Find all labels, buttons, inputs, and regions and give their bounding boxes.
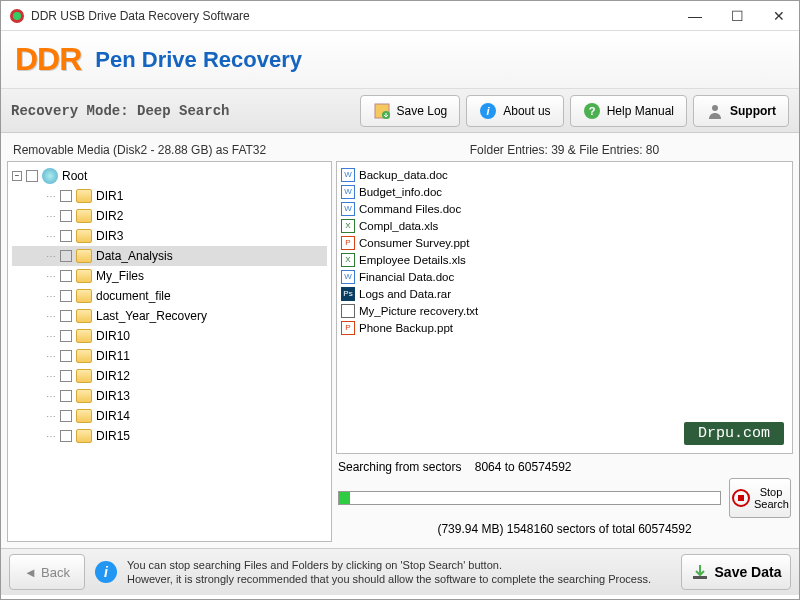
tree-connector: ⋯ [46, 371, 56, 382]
item-checkbox[interactable] [60, 390, 72, 402]
sector-total: (739.94 MB) 1548160 sectors of total 605… [338, 522, 791, 536]
close-button[interactable]: ✕ [767, 4, 791, 28]
tree-connector: ⋯ [46, 351, 56, 362]
file-item[interactable]: XCompl_data.xls [341, 217, 788, 234]
tree-connector: ⋯ [46, 271, 56, 282]
tree-connector: ⋯ [46, 251, 56, 262]
folder-icon [76, 249, 92, 263]
folder-label: DIR11 [96, 349, 130, 363]
item-checkbox[interactable] [60, 370, 72, 382]
save-log-icon [373, 102, 391, 120]
about-button[interactable]: i About us [466, 95, 563, 127]
tree-item[interactable]: ⋯DIR15 [12, 426, 327, 446]
folder-label: DIR1 [96, 189, 123, 203]
stop-search-button[interactable]: Stop Search [729, 478, 791, 518]
file-name: My_Picture recovery.txt [359, 305, 478, 317]
sector-label: Searching from sectors 8064 to 60574592 [338, 460, 791, 474]
file-type-icon: P [341, 321, 355, 335]
folder-icon [76, 389, 92, 403]
folder-icon [76, 329, 92, 343]
item-checkbox[interactable] [60, 350, 72, 362]
stop-label: Stop Search [754, 486, 788, 510]
save-log-button[interactable]: Save Log [360, 95, 461, 127]
file-item[interactable]: PConsumer Survey.ppt [341, 234, 788, 251]
tree-connector: ⋯ [46, 291, 56, 302]
back-arrow-icon: ◄ [24, 565, 37, 580]
logo: DDR [15, 41, 81, 78]
file-item[interactable]: WBudget_info.doc [341, 183, 788, 200]
file-type-icon [341, 304, 355, 318]
folder-icon [76, 269, 92, 283]
save-data-icon [691, 563, 709, 581]
file-item[interactable]: WFinancial Data.doc [341, 268, 788, 285]
right-pane: Folder Entries: 39 & File Entries: 80 WB… [336, 139, 793, 542]
folder-icon [76, 289, 92, 303]
header: DDR Pen Drive Recovery [1, 31, 799, 89]
back-label: Back [41, 565, 70, 580]
file-type-icon: W [341, 185, 355, 199]
folder-icon [76, 309, 92, 323]
item-checkbox[interactable] [60, 230, 72, 242]
info-icon: i [95, 561, 117, 583]
tree-item[interactable]: ⋯DIR14 [12, 406, 327, 426]
item-checkbox[interactable] [60, 290, 72, 302]
item-checkbox[interactable] [60, 310, 72, 322]
folder-tree[interactable]: − Root ⋯DIR1⋯DIR2⋯DIR3⋯Data_Analysis⋯My_… [7, 161, 332, 542]
about-label: About us [503, 104, 550, 118]
tree-item[interactable]: ⋯DIR12 [12, 366, 327, 386]
tree-item[interactable]: ⋯DIR3 [12, 226, 327, 246]
maximize-button[interactable]: ☐ [725, 4, 749, 28]
file-item[interactable]: WCommand Files.doc [341, 200, 788, 217]
tree-item[interactable]: ⋯Data_Analysis [12, 246, 327, 266]
file-type-icon: X [341, 253, 355, 267]
tree-item[interactable]: ⋯Last_Year_Recovery [12, 306, 327, 326]
back-button[interactable]: ◄ Back [9, 554, 85, 590]
tree-root[interactable]: − Root [12, 166, 327, 186]
tree-item[interactable]: ⋯DIR13 [12, 386, 327, 406]
item-checkbox[interactable] [60, 190, 72, 202]
drive-icon [42, 168, 58, 184]
root-checkbox[interactable] [26, 170, 38, 182]
item-checkbox[interactable] [60, 410, 72, 422]
file-item[interactable]: PsLogs and Data.rar [341, 285, 788, 302]
tree-item[interactable]: ⋯DIR1 [12, 186, 327, 206]
item-checkbox[interactable] [60, 250, 72, 262]
tree-connector: ⋯ [46, 231, 56, 242]
tree-item[interactable]: ⋯DIR2 [12, 206, 327, 226]
file-item[interactable]: WBackup_data.doc [341, 166, 788, 183]
minimize-button[interactable]: — [683, 4, 707, 28]
save-data-button[interactable]: Save Data [681, 554, 791, 590]
left-pane: Removable Media (Disk2 - 28.88 GB) as FA… [7, 139, 332, 542]
item-checkbox[interactable] [60, 430, 72, 442]
collapse-icon[interactable]: − [12, 171, 22, 181]
tree-item[interactable]: ⋯document_file [12, 286, 327, 306]
item-checkbox[interactable] [60, 210, 72, 222]
entries-label: Folder Entries: 39 & File Entries: 80 [336, 139, 793, 161]
file-type-icon: W [341, 202, 355, 216]
file-item[interactable]: PPhone Backup.ppt [341, 319, 788, 336]
file-item[interactable]: My_Picture recovery.txt [341, 302, 788, 319]
folder-label: DIR3 [96, 229, 123, 243]
folder-icon [76, 369, 92, 383]
folder-icon [76, 189, 92, 203]
file-type-icon: X [341, 219, 355, 233]
tree-connector: ⋯ [46, 391, 56, 402]
folder-label: Last_Year_Recovery [96, 309, 207, 323]
tree-item[interactable]: ⋯DIR11 [12, 346, 327, 366]
tree-item[interactable]: ⋯My_Files [12, 266, 327, 286]
tree-item[interactable]: ⋯DIR10 [12, 326, 327, 346]
file-name: Command Files.doc [359, 203, 461, 215]
svg-point-8 [712, 105, 718, 111]
support-button[interactable]: Support [693, 95, 789, 127]
item-checkbox[interactable] [60, 270, 72, 282]
item-checkbox[interactable] [60, 330, 72, 342]
file-item[interactable]: XEmployee Details.xls [341, 251, 788, 268]
support-label: Support [730, 104, 776, 118]
file-name: Budget_info.doc [359, 186, 442, 198]
folder-label: DIR14 [96, 409, 130, 423]
help-button[interactable]: ? Help Manual [570, 95, 687, 127]
file-list[interactable]: WBackup_data.docWBudget_info.docWCommand… [336, 161, 793, 454]
file-type-icon: P [341, 236, 355, 250]
folder-label: DIR12 [96, 369, 130, 383]
file-name: Backup_data.doc [359, 169, 448, 181]
